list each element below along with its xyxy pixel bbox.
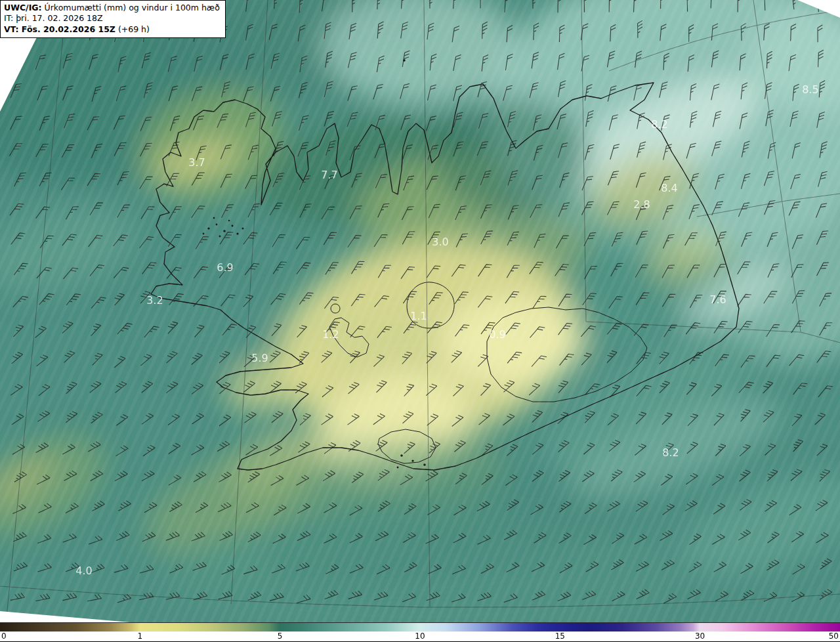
map-value-label: 3.2 bbox=[146, 294, 163, 307]
colorbar-tick: 30 bbox=[695, 631, 705, 641]
colorbar-tick: 50 bbox=[829, 631, 839, 641]
colorbar-tick: 1 bbox=[138, 631, 143, 641]
map-title-box: UWC/IG: Úrkomumætti (mm) og vindur i 100… bbox=[0, 0, 226, 38]
map-value-label: 8.2 bbox=[662, 446, 679, 459]
colorbar: 01510153050 bbox=[0, 622, 840, 642]
map-value-label: 7.6 bbox=[709, 293, 726, 306]
map-value-label: 1.1 bbox=[410, 310, 427, 322]
colorbar-tick: 15 bbox=[555, 631, 565, 641]
valid-time-label: VT: Fös. 20.02.2026 15Z bbox=[4, 24, 116, 34]
map-value-label: 2.8 bbox=[633, 198, 650, 211]
map-value-label: 1.2 bbox=[322, 328, 339, 341]
map-value-label: 3.7 bbox=[188, 156, 205, 169]
map-value-label: 8.4 bbox=[661, 182, 677, 194]
weather-map-screen: 3.77.78.58.28.42.83.06.93.27.61.21.10.95… bbox=[0, 0, 840, 642]
map-value-label: 8.2 bbox=[651, 118, 667, 131]
colorbar-tick: 10 bbox=[415, 631, 425, 641]
valid-time-suffix: (+69 h) bbox=[116, 24, 150, 34]
product-title: Úrkomumætti (mm) og vindur i 100m hæð bbox=[42, 3, 220, 12]
map-value-label: 5.9 bbox=[251, 352, 268, 364]
colorbar-tick-labels: 01510153050 bbox=[0, 631, 840, 642]
map-value-label: 7.7 bbox=[321, 169, 337, 181]
weather-map: 3.77.78.58.28.42.83.06.93.27.61.21.10.95… bbox=[0, 0, 840, 622]
map-value-label: 4.0 bbox=[75, 565, 92, 577]
colorbar-gradient bbox=[0, 622, 840, 631]
map-value-label: 0.9 bbox=[489, 328, 505, 341]
map-value-label: 6.9 bbox=[217, 261, 233, 274]
product-title-line: UWC/IG: Úrkomumætti (mm) og vindur i 100… bbox=[4, 3, 220, 13]
colorbar-tick: 5 bbox=[278, 631, 283, 641]
colorbar-tick: 0 bbox=[1, 631, 7, 641]
valid-time-line: VT: Fös. 20.02.2026 15Z (+69 h) bbox=[4, 24, 220, 35]
init-time-line: IT: þri. 17. 02. 2026 18Z bbox=[4, 13, 220, 24]
map-value-label: 3.0 bbox=[432, 236, 448, 248]
map-value-label: 8.5 bbox=[802, 83, 818, 96]
product-label: UWC/IG: bbox=[4, 3, 42, 12]
